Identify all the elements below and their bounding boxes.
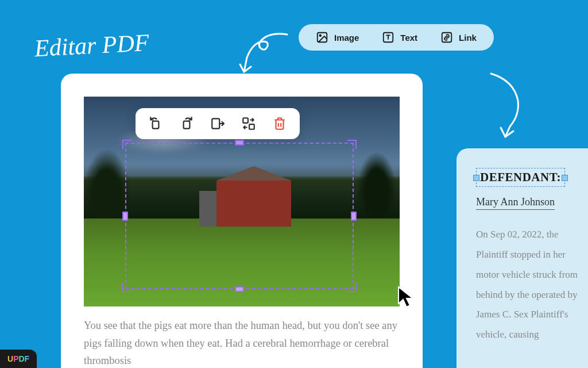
link-icon <box>440 31 453 44</box>
resize-handle-ml[interactable] <box>122 212 128 221</box>
delete-button[interactable] <box>272 116 287 131</box>
svg-point-1 <box>319 34 321 36</box>
resize-handle-tl[interactable] <box>122 140 131 149</box>
link-tool-label: Link <box>459 33 477 43</box>
decorative-arrow-2 <box>482 69 534 144</box>
editable-image[interactable] <box>84 97 400 306</box>
resize-handle-bc[interactable] <box>235 286 244 292</box>
replace-icon <box>241 116 256 131</box>
extract-button[interactable] <box>210 116 225 131</box>
text-tool-label: Text <box>400 33 417 43</box>
replace-button[interactable] <box>241 116 256 131</box>
image-edit-toolbar <box>136 108 300 139</box>
svg-rect-6 <box>212 118 219 128</box>
image-crop-selection[interactable] <box>125 143 354 289</box>
rotate-left-icon <box>148 116 163 131</box>
link-tool-button[interactable]: Link <box>440 31 477 44</box>
document-page-1: You see that the pigs eat more than the … <box>61 74 423 368</box>
decorative-arrow-1 <box>230 29 293 80</box>
resize-handle-br[interactable] <box>347 283 357 292</box>
rotate-right-button[interactable] <box>179 116 194 131</box>
svg-rect-5 <box>184 121 190 129</box>
resize-handle-mr[interactable] <box>351 212 357 221</box>
resize-handle-tr[interactable] <box>347 140 357 149</box>
text-selection-box[interactable]: DEFENDANT: <box>476 168 565 187</box>
image-icon <box>316 31 328 44</box>
text-tool-button[interactable]: Text <box>382 31 417 44</box>
document-2-body: On Sep 02, 2022, the Plaintiff stopped i… <box>476 225 586 345</box>
image-tool-button[interactable]: Image <box>316 31 359 44</box>
rotate-right-icon <box>179 116 194 131</box>
rotate-left-button[interactable] <box>148 116 163 131</box>
svg-rect-4 <box>153 121 159 129</box>
image-tool-label: Image <box>334 33 359 43</box>
cursor-icon <box>396 285 418 309</box>
svg-rect-7 <box>243 118 248 123</box>
defendant-name: Mary Ann Johnson <box>476 196 555 210</box>
defendant-heading: DEFENDANT: <box>480 170 561 184</box>
trash-icon <box>272 116 287 131</box>
svg-rect-3 <box>442 33 452 43</box>
extract-icon <box>210 116 225 131</box>
document-page-2: DEFENDANT: Mary Ann Johnson On Sep 02, 2… <box>457 148 588 368</box>
resize-handle-bl[interactable] <box>122 283 131 292</box>
page-title: Editar PDF <box>34 29 150 62</box>
svg-rect-8 <box>249 124 254 129</box>
text-icon <box>382 31 394 44</box>
resize-handle-tc[interactable] <box>235 140 244 145</box>
document-body-text: You see that the pigs eat more than the … <box>84 317 400 368</box>
brand-logo: UPDF <box>0 350 37 368</box>
edit-toolbar: Image Text Link <box>299 24 494 51</box>
